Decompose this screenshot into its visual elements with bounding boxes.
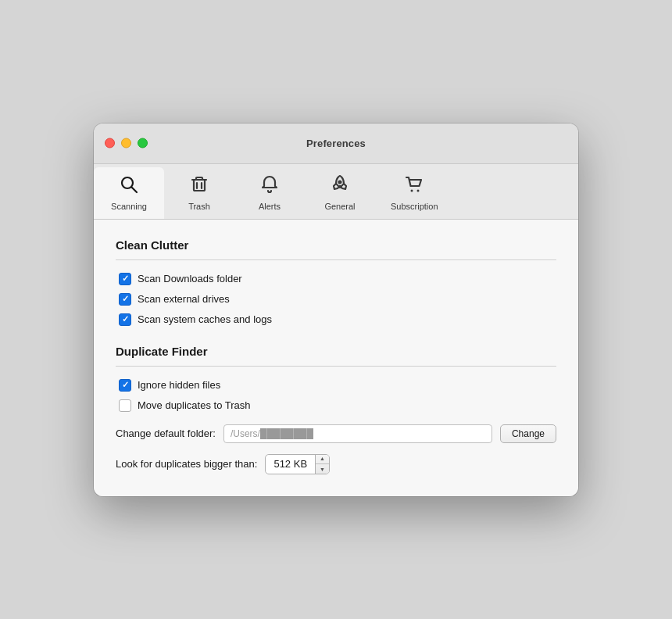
trash-icon [188,174,210,199]
titlebar: Preferences [94,123,578,164]
tab-subscription[interactable]: Subscription [375,167,454,219]
preferences-window: Preferences Scanning [94,123,578,496]
size-row: Look for duplicates bigger than: 512 KB … [116,454,556,474]
duplicate-finder-options: Ignore hidden files Move duplicates to T… [116,379,556,412]
scan-caches-label: Scan system caches and logs [138,313,272,325]
clean-clutter-title: Clean Clutter [116,238,556,252]
tab-trash[interactable]: Trash [164,167,234,219]
bell-icon [259,174,281,199]
minimize-button[interactable] [121,138,131,148]
window-title: Preferences [306,138,366,149]
rocket-icon [329,174,351,199]
duplicate-finder-divider [116,366,556,367]
list-item: Move duplicates to Trash [119,399,553,412]
clean-clutter-divider [116,259,556,260]
folder-label: Change default folder: [116,428,216,439]
scan-external-label: Scan external drives [138,293,230,305]
size-stepper[interactable]: 512 KB ▲ ▼ [265,454,330,474]
svg-point-6 [411,189,413,191]
clean-clutter-options: Scan Downloads folder Scan external driv… [116,273,556,326]
stepper-arrows: ▲ ▼ [315,454,329,474]
search-icon [118,174,140,199]
scan-caches-checkbox[interactable] [119,313,131,326]
tab-subscription-label: Subscription [391,202,438,211]
tab-general-label: General [324,202,355,211]
svg-rect-2 [194,180,205,191]
cart-icon [403,174,425,199]
tab-trash-label: Trash [188,202,210,211]
tab-scanning-label: Scanning [111,202,147,211]
tab-alerts-label: Alerts [259,202,281,211]
size-label: Look for duplicates bigger than: [116,458,257,470]
svg-line-1 [132,187,138,192]
scan-downloads-checkbox[interactable] [119,273,131,285]
list-item: Scan external drives [119,293,553,306]
list-item: Scan system caches and logs [119,313,553,326]
size-value: 512 KB [266,454,315,474]
ignore-hidden-checkbox[interactable] [119,379,131,392]
folder-input[interactable] [223,424,492,443]
stepper-down-arrow[interactable]: ▼ [316,464,329,474]
toolbar: Scanning Trash Al [94,164,578,220]
duplicate-finder-title: Duplicate Finder [116,345,556,358]
close-button[interactable] [105,138,115,148]
maximize-button[interactable] [138,138,148,148]
move-trash-label: Move duplicates to Trash [138,399,251,411]
traffic-lights [105,138,148,148]
duplicate-finder-section: Duplicate Finder Ignore hidden files Mov… [116,345,556,474]
tab-scanning[interactable]: Scanning [94,167,164,219]
folder-row: Change default folder: Change [116,424,556,443]
svg-point-5 [339,181,341,183]
svg-point-7 [417,189,420,191]
content-area: Clean Clutter Scan Downloads folder Scan… [94,220,578,496]
ignore-hidden-label: Ignore hidden files [138,379,220,391]
tab-alerts[interactable]: Alerts [234,167,305,219]
list-item: Ignore hidden files [119,379,553,392]
scan-downloads-label: Scan Downloads folder [138,273,242,284]
list-item: Scan Downloads folder [119,273,553,285]
tab-general[interactable]: General [305,167,375,219]
move-trash-checkbox[interactable] [119,399,131,412]
clean-clutter-section: Clean Clutter Scan Downloads folder Scan… [116,238,556,326]
stepper-up-arrow[interactable]: ▲ [316,454,329,465]
scan-external-checkbox[interactable] [119,293,131,306]
change-button[interactable]: Change [500,424,556,443]
